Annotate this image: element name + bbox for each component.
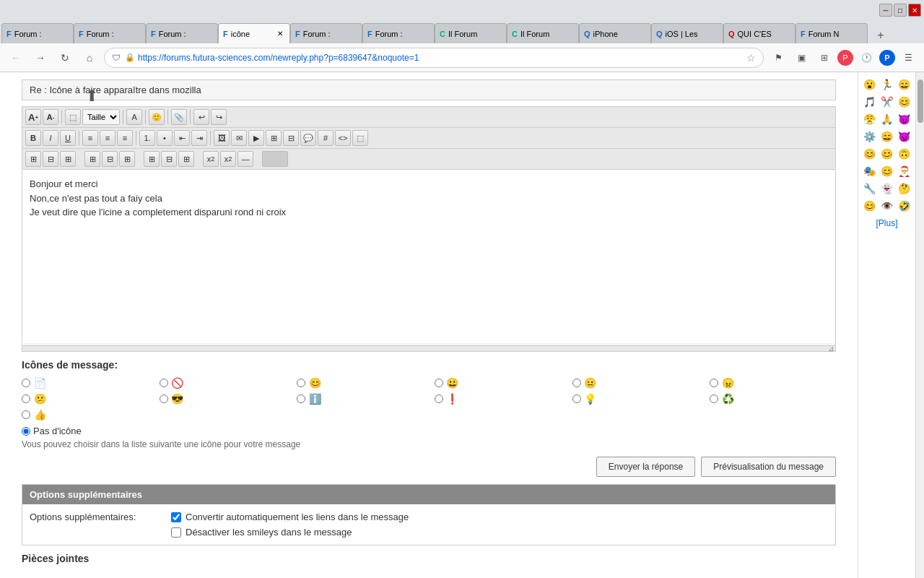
bold-button[interactable]: B (25, 130, 41, 146)
icon-option-2[interactable]: 🚫 (160, 376, 286, 389)
table-btn-1[interactable]: ⊞ (25, 151, 41, 167)
editor-resize-handle[interactable]: ⊿ (22, 345, 835, 351)
icon-option-5[interactable]: 😐 (572, 376, 699, 389)
emoji-1[interactable]: 😮 (862, 77, 878, 92)
tab-10[interactable]: Q iOS | Les (651, 23, 723, 43)
new-tab-button[interactable]: + (871, 27, 891, 43)
line-button[interactable]: — (237, 151, 253, 167)
icon-option-6[interactable]: 😠 (710, 376, 836, 389)
emoji-12[interactable]: 👿 (897, 129, 912, 144)
emoji-20[interactable]: 👻 (879, 181, 895, 197)
emoji-3[interactable]: 😄 (897, 77, 912, 92)
firefox-account-button[interactable]: P (879, 50, 895, 66)
icon-radio-1[interactable] (22, 379, 30, 387)
convert-links-checkbox[interactable] (171, 512, 181, 522)
align-right-button[interactable]: ≡ (117, 130, 133, 146)
tab-12[interactable]: F Forum N (796, 23, 868, 43)
indent-button[interactable]: ⇥ (191, 130, 207, 146)
emoji-2[interactable]: 🏃 (879, 77, 895, 92)
icon-radio-8[interactable] (160, 394, 168, 403)
scrollbar-track[interactable] (915, 72, 924, 578)
quote-button[interactable]: 💬 (300, 130, 316, 146)
font-style-button[interactable]: ⬚ (65, 109, 81, 125)
emoji-8[interactable]: 🙏 (879, 111, 895, 127)
spoiler-button[interactable]: ⬚ (352, 130, 368, 146)
icon-radio-13[interactable] (22, 410, 30, 419)
table-btn-9[interactable]: ⊞ (178, 151, 194, 167)
font-smaller-button[interactable]: A- (43, 109, 58, 125)
message-editor[interactable]: Bonjour et merci Non,ce n'est pas tout a… (22, 170, 835, 343)
emoji-4[interactable]: 🎵 (862, 94, 878, 110)
emoji-15[interactable]: 🙃 (897, 146, 912, 162)
emoji-9[interactable]: 😈 (897, 111, 912, 127)
ordered-list-button[interactable]: 1. (139, 130, 155, 146)
underline-button[interactable]: U (60, 130, 76, 146)
font-size-select[interactable]: Taille (82, 109, 120, 125)
table-btn-4[interactable]: ⊞ (84, 151, 100, 167)
table-btn-8[interactable]: ⊟ (161, 151, 177, 167)
icon-option-13[interactable]: 👍 (22, 408, 148, 421)
table-insert-button[interactable]: ⊞ (266, 130, 282, 146)
emoji-more-link[interactable]: [Plus] (861, 218, 912, 228)
emoji-7[interactable]: 😤 (862, 111, 878, 127)
table-btn-6[interactable]: ⊞ (119, 151, 135, 167)
tab-1[interactable]: F Forum : (1, 23, 74, 43)
sidebar-button[interactable]: ▣ (791, 48, 811, 68)
smiley-button[interactable]: 🙂 (149, 109, 165, 125)
icon-option-11[interactable]: 💡 (572, 392, 699, 405)
undo-button[interactable]: ↩ (193, 109, 209, 125)
scrollbar-thumb[interactable] (918, 79, 923, 123)
table-btn-3[interactable]: ⊞ (60, 151, 76, 167)
tab-8[interactable]: C Il Forum (507, 23, 579, 43)
tab-6[interactable]: F Forum : (362, 23, 435, 43)
emoji-10[interactable]: ⚙️ (862, 129, 878, 144)
back-button[interactable]: ← (6, 48, 26, 68)
image-button[interactable]: 🖼 (214, 130, 230, 146)
icon-radio-3[interactable] (297, 379, 305, 387)
emoji-19[interactable]: 🔧 (862, 181, 878, 197)
font-color-button[interactable]: A (126, 109, 142, 125)
icon-radio-4[interactable] (435, 379, 443, 387)
maximize-button[interactable]: □ (894, 4, 907, 17)
align-left-button[interactable]: ≡ (82, 130, 98, 146)
redo-button[interactable]: ↪ (211, 109, 227, 125)
tab-9[interactable]: Q iPhone (579, 23, 651, 43)
address-bar[interactable]: 🛡 🔒 https://forums.futura-sciences.com/n… (104, 48, 764, 68)
table-btn-7[interactable]: ⊞ (144, 151, 160, 167)
tab-2[interactable]: F Forum : (74, 23, 146, 43)
color-picker[interactable] (262, 151, 288, 167)
media-button[interactable]: ▶ (248, 130, 264, 146)
tab-3[interactable]: F Forum : (146, 23, 218, 43)
emoji-6[interactable]: 😊 (897, 94, 912, 110)
tab-4-close[interactable]: ✕ (275, 29, 285, 39)
icon-radio-10[interactable] (435, 394, 443, 403)
icon-option-9[interactable]: ℹ️ (297, 392, 423, 405)
align-center-button[interactable]: ≡ (100, 130, 116, 146)
icon-radio-12[interactable] (710, 394, 718, 403)
emoji-14[interactable]: 😊 (879, 146, 895, 162)
icon-option-10[interactable]: ❗ (435, 392, 561, 405)
container-icon[interactable]: ⚑ (768, 48, 788, 68)
emoji-13[interactable]: 😊 (862, 146, 878, 162)
no-icon-radio[interactable] (22, 427, 30, 436)
send-reply-button[interactable]: Envoyer la réponse (596, 457, 695, 477)
emoji-18[interactable]: 🎅 (897, 163, 912, 179)
disable-smileys-checkbox[interactable] (171, 527, 181, 538)
icon-option-12[interactable]: ♻️ (710, 392, 836, 405)
menu-button[interactable]: ☰ (898, 48, 918, 68)
tab-4-active[interactable]: F icône ✕ (218, 23, 290, 43)
icon-radio-11[interactable] (572, 394, 581, 403)
template-button[interactable]: ⊟ (283, 130, 299, 146)
icon-option-3[interactable]: 😊 (297, 376, 423, 389)
bookmark-star-icon[interactable]: ☆ (746, 52, 756, 64)
forward-button[interactable]: → (30, 48, 51, 68)
tab-7[interactable]: C Il Forum (435, 23, 507, 43)
reload-button[interactable]: ↻ (55, 48, 75, 68)
close-button[interactable]: ✕ (908, 4, 921, 17)
preview-message-button[interactable]: Prévisualisation du message (701, 457, 836, 477)
home-button[interactable]: ⌂ (79, 48, 100, 68)
code-button[interactable]: <> (335, 130, 351, 146)
tab-5[interactable]: F Forum : (290, 23, 362, 43)
emoji-17[interactable]: 😊 (879, 163, 895, 179)
emoji-21[interactable]: 🤔 (897, 181, 912, 197)
